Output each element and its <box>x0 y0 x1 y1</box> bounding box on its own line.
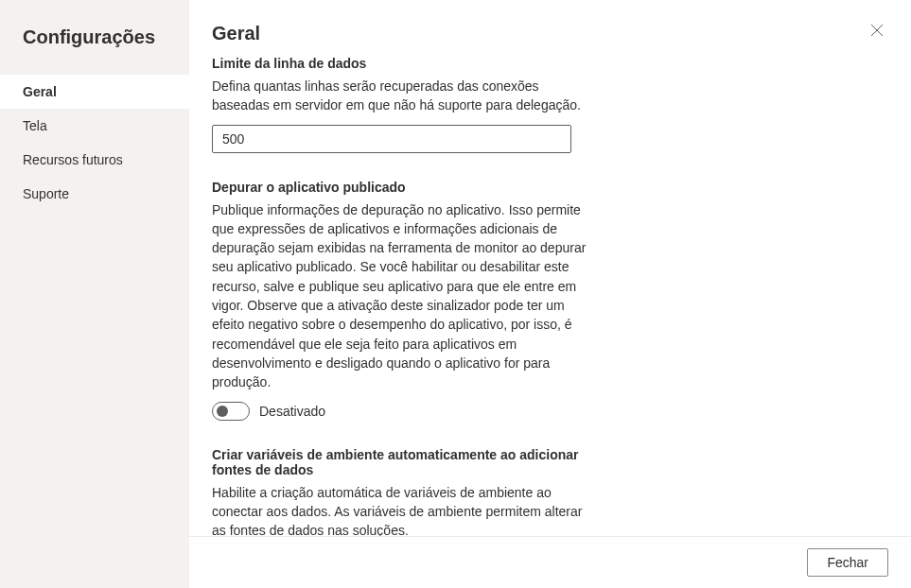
debug-published-toggle[interactable] <box>212 402 250 421</box>
sidebar-title: Configurações <box>0 26 189 75</box>
sidebar: Configurações Geral Tela Recursos futuro… <box>0 0 189 588</box>
debug-published-desc: Publique informações de depuração no apl… <box>212 200 590 392</box>
debug-published-title: Depurar o aplicativo publicado <box>212 180 590 195</box>
section-debug-published: Depurar o aplicativo publicado Publique … <box>212 180 590 421</box>
data-row-limit-desc: Defina quantas linhas serão recuperadas … <box>212 77 590 115</box>
sidebar-item-suporte[interactable]: Suporte <box>0 177 189 211</box>
close-icon <box>870 24 884 37</box>
header: Geral <box>189 0 911 56</box>
auto-env-vars-desc: Habilite a criação automática de variáve… <box>212 483 590 536</box>
page-title: Geral <box>212 23 260 44</box>
debug-published-toggle-label: Desativado <box>259 404 325 419</box>
auto-env-vars-title: Criar variáveis de ambiente automaticame… <box>212 447 590 477</box>
content-scroll[interactable]: Limite da linha de dados Defina quantas … <box>189 56 911 536</box>
data-row-limit-input[interactable] <box>212 125 571 153</box>
sidebar-item-recursos-futuros[interactable]: Recursos futuros <box>0 143 189 177</box>
close-icon-button[interactable] <box>866 19 888 42</box>
section-data-row-limit: Limite da linha de dados Defina quantas … <box>212 56 590 153</box>
main-panel: Geral Limite da linha de dados Defina qu… <box>189 0 911 588</box>
close-button[interactable]: Fechar <box>807 548 888 577</box>
section-auto-env-vars: Criar variáveis de ambiente automaticame… <box>212 447 590 536</box>
sidebar-item-geral[interactable]: Geral <box>0 75 189 109</box>
data-row-limit-title: Limite da linha de dados <box>212 56 590 71</box>
toggle-knob-icon <box>217 406 228 417</box>
debug-published-toggle-row: Desativado <box>212 402 590 421</box>
sidebar-item-tela[interactable]: Tela <box>0 109 189 143</box>
footer: Fechar <box>189 536 911 588</box>
